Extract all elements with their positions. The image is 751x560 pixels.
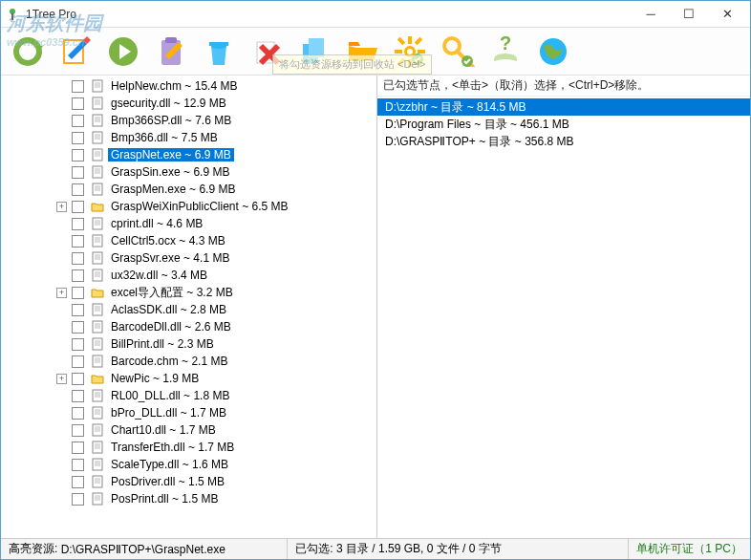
tree-item-checkbox[interactable] [72, 390, 84, 402]
svg-rect-59 [93, 235, 102, 247]
tree-item-label: GraspMen.exe ~ 6.9 MB [108, 183, 238, 196]
svg-rect-83 [93, 355, 102, 367]
tree-item-checkbox[interactable] [72, 115, 84, 127]
svg-rect-51 [93, 183, 102, 195]
selection-list-item[interactable]: D:\GRASPⅡTOP+ ~ 目录 ~ 356.8 MB [377, 133, 750, 150]
tree-item-checkbox[interactable] [72, 201, 84, 213]
trash-button[interactable] [198, 31, 240, 73]
tree-item-checkbox[interactable] [72, 407, 84, 420]
tree-item-checkbox[interactable] [72, 166, 84, 179]
tree-item-checkbox[interactable] [72, 442, 84, 454]
selection-list[interactable]: D:\zzbhr ~ 目录 ~ 814.5 MBD:\Program Files… [377, 97, 750, 152]
statusbar: 高亮资源: D:\GRASPⅡTOP+\GraspNet.exe 已勾选: 3 … [1, 538, 750, 559]
tree-item[interactable]: Barcode.chm ~ 2.1 MB [1, 353, 376, 370]
tree-item[interactable]: bPro_DLL.dll ~ 1.7 MB [1, 404, 376, 421]
tree-item[interactable]: +NewPic ~ 1.9 MB [1, 370, 376, 387]
svg-text:?: ? [500, 34, 511, 54]
clipboard-edit-button[interactable] [150, 31, 192, 73]
tree-item-checkbox[interactable] [72, 493, 84, 506]
help-button[interactable]: ? [484, 31, 526, 73]
svg-rect-1 [11, 13, 13, 20]
tree-item-label: PosPrint.dll ~ 1.5 MB [108, 492, 221, 506]
tree-item-checkbox[interactable] [72, 218, 84, 230]
expand-toggle[interactable]: + [56, 288, 67, 298]
play-button[interactable] [102, 31, 144, 73]
tree-item-checkbox[interactable] [72, 132, 84, 144]
selection-header: 已勾选节点，<单击>（取消）选择，<Ctrl+D>移除。 [377, 75, 750, 97]
tree-item[interactable]: Bmp366.dll ~ 7.5 MB [1, 129, 376, 146]
tree-item-checkbox[interactable] [72, 269, 84, 282]
tree-item[interactable]: BarcodeDll.dll ~ 2.6 MB [1, 318, 376, 335]
tree-pane[interactable]: HelpNew.chm ~ 15.4 MBgsecurity.dll ~ 12.… [1, 75, 377, 538]
svg-point-21 [407, 49, 413, 54]
tree-item-label: Bmp366.dll ~ 7.5 MB [108, 131, 221, 144]
tree-item[interactable]: Bmp366SP.dll ~ 7.6 MB [1, 112, 376, 129]
svg-rect-103 [93, 459, 102, 470]
file-tree: HelpNew.chm ~ 15.4 MBgsecurity.dll ~ 12.… [1, 75, 376, 509]
tree-item[interactable]: GraspSin.exe ~ 6.9 MB [1, 163, 376, 181]
tree-item[interactable]: +GraspWeiXinPublicClient ~ 6.5 MB [1, 198, 376, 215]
tree-item-checkbox[interactable] [72, 476, 84, 488]
tree-item[interactable]: GraspSvr.exe ~ 4.1 MB [1, 249, 376, 267]
tree-item-checkbox[interactable] [72, 252, 84, 265]
maximize-button[interactable]: ☐ [670, 3, 708, 26]
tree-item[interactable]: cprint.dll ~ 4.6 MB [1, 215, 376, 232]
minimize-button[interactable]: ─ [632, 3, 670, 26]
tree-item-label: BillPrint.dll ~ 2.3 MB [108, 337, 217, 351]
tree-item-label: ScaleType.dll ~ 1.6 MB [108, 458, 231, 471]
tree-item[interactable]: gsecurity.dll ~ 12.9 MB [1, 95, 376, 112]
tree-item-checkbox[interactable] [72, 459, 84, 471]
tree-item-checkbox[interactable] [72, 183, 84, 196]
tree-item-checkbox[interactable] [72, 235, 84, 248]
expand-toggle[interactable]: + [56, 374, 67, 384]
tree-item[interactable]: AclasSDK.dll ~ 2.8 MB [1, 301, 376, 318]
tree-item-checkbox[interactable] [72, 287, 84, 299]
tree-item[interactable]: PosDriver.dll ~ 1.5 MB [1, 473, 376, 490]
expand-toggle[interactable]: + [56, 202, 67, 212]
tree-item[interactable]: ScaleType.dll ~ 1.6 MB [1, 456, 376, 473]
key-button[interactable] [437, 31, 479, 73]
globe-button[interactable] [532, 31, 574, 73]
svg-rect-13 [408, 36, 412, 44]
svg-rect-91 [93, 407, 102, 419]
status-left-path: D:\GRASPⅡTOP+\GraspNet.exe [61, 543, 225, 556]
svg-rect-15 [395, 50, 402, 54]
refresh-button[interactable] [7, 31, 49, 73]
status-license[interactable]: 单机许可证（1 PC） [629, 539, 750, 559]
tree-item-checkbox[interactable] [72, 80, 84, 93]
tree-item-checkbox[interactable] [72, 338, 84, 351]
tree-item[interactable]: CellCtrl5.ocx ~ 4.3 MB [1, 232, 376, 249]
close-button[interactable]: ✕ [708, 3, 746, 26]
tree-item-label: GraspSin.exe ~ 6.9 MB [108, 165, 232, 179]
tree-item[interactable]: GraspNet.exe ~ 6.9 MB [1, 146, 376, 163]
tree-item-checkbox[interactable] [72, 149, 84, 162]
tree-item[interactable]: HelpNew.chm ~ 15.4 MB [1, 77, 376, 95]
tree-item[interactable]: ux32w.dll ~ 3.4 MB [1, 267, 376, 284]
svg-rect-111 [93, 493, 102, 505]
tree-item-checkbox[interactable] [72, 373, 84, 385]
tree-item[interactable]: GraspMen.exe ~ 6.9 MB [1, 181, 376, 198]
tree-item[interactable]: Chart10.dll ~ 1.7 MB [1, 421, 376, 439]
tree-item[interactable]: PosPrint.dll ~ 1.5 MB [1, 490, 376, 507]
svg-rect-95 [93, 424, 102, 436]
tree-item-checkbox[interactable] [72, 424, 84, 437]
tree-item-label: Bmp366SP.dll ~ 7.6 MB [108, 114, 234, 127]
svg-rect-79 [93, 338, 102, 350]
edit-button[interactable] [54, 31, 97, 73]
tree-item-checkbox[interactable] [72, 97, 84, 110]
tree-item-label: GraspSvr.exe ~ 4.1 MB [108, 251, 232, 265]
tree-item-checkbox[interactable] [72, 304, 84, 316]
tree-item-label: Chart10.dll ~ 1.7 MB [108, 423, 219, 437]
tree-item-label: RL00_DLL.dll ~ 1.8 MB [108, 389, 232, 402]
svg-rect-17 [397, 36, 405, 44]
tree-item[interactable]: RL00_DLL.dll ~ 1.8 MB [1, 387, 376, 404]
tree-item[interactable]: BillPrint.dll ~ 2.3 MB [1, 335, 376, 353]
selection-list-item[interactable]: D:\Program Files ~ 目录 ~ 456.1 MB [377, 116, 750, 133]
tree-item-checkbox[interactable] [72, 355, 84, 368]
tree-item-checkbox[interactable] [72, 321, 84, 334]
tree-item-label: GraspWeiXinPublicClient ~ 6.5 MB [108, 200, 291, 213]
selection-list-item[interactable]: D:\zzbhr ~ 目录 ~ 814.5 MB [377, 98, 750, 116]
tree-item[interactable]: TransferEth.dll ~ 1.7 MB [1, 439, 376, 456]
svg-rect-16 [418, 50, 425, 54]
tree-item[interactable]: +excel导入配置 ~ 3.2 MB [1, 284, 376, 301]
